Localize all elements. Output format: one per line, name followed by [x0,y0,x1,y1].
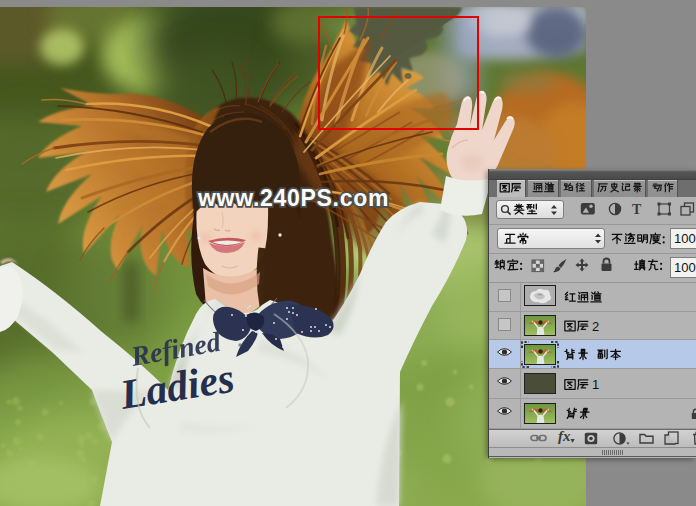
svg-text:www.240PS.com: www.240PS.com [197,185,389,211]
svg-text:T: T [632,202,642,216]
